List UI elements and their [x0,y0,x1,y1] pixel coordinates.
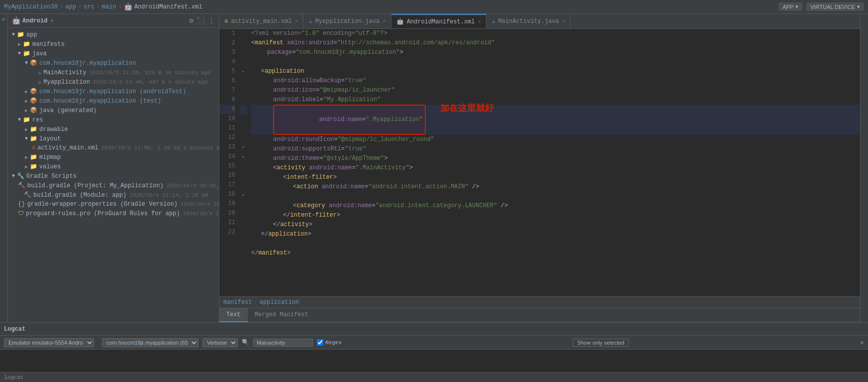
logcat-regex-check[interactable] [317,339,323,346]
tree-meta-gradle-wrapper: 2020/10/4 20:38, 244 B [181,201,219,207]
tab-androidmanifest-xml[interactable]: 🤖 AndroidManifest.xml × [391,14,486,29]
tree-item-mainactivity[interactable]: ☕ MainActivity 2020/10/5 11:35, 829 B 10… [8,68,219,77]
tree-item-java[interactable]: ▼ 📁 java [8,49,219,58]
android-breadcrumb-icon: 🤖 [124,2,132,11]
code-content[interactable]: <?xml version="1.0" encoding="utf-8"?> <… [247,29,860,296]
tree-item-drawable[interactable]: ▶ 📁 drawable [8,125,219,134]
tree-label-drawable: drawable [39,126,68,133]
tab-close-manifest[interactable]: × [478,19,482,25]
tab-close-myapplication[interactable]: × [383,18,386,24]
breadcrumb-app-module[interactable]: app [65,3,76,10]
line-numbers: 1 2 3 4 5 6 7 8 9 10 11 12 13 14 15 16 1… [219,29,239,296]
code-editor[interactable]: 1 2 3 4 5 6 7 8 9 10 11 12 13 14 15 16 1… [219,29,860,296]
view-tab-text-label: Text [226,311,241,318]
view-tab-merged-label: Merged Manifest [255,311,308,318]
tree-label-manifests: manifests [32,41,65,48]
tab-close-mainactivity[interactable]: × [562,18,566,24]
code-line-1: <?xml version="1.0" encoding="utf-8"?> [251,29,860,38]
props-icon-wrapper: {} [18,201,25,208]
bottom-breadcrumb: manifest › application [219,296,860,308]
tree-item-manifests[interactable]: ▶ 📁 manifests [8,39,219,49]
tree-item-gradle-wrapper[interactable]: {} gradle-wrapper.properties (Gradle Ver… [8,200,219,209]
folder-icon-app: 📁 [17,31,24,38]
app-selector-btn[interactable]: APP ▾ [778,2,802,11]
tree-item-build-gradle-app[interactable]: 🔨 build.gradle (Module: app) 2020/10/4 2… [8,190,219,200]
tree-item-proguard[interactable]: 🛡 proguard-rules.pro (ProGuard Rules for… [8,209,219,218]
tab-mainactivity-java[interactable]: ☕ MainActivity.java × [486,14,571,29]
code-line-4 [251,57,860,67]
tree-item-pkg3[interactable]: ▶ 📦 com.hnucm18jr.myapplication (test) [8,96,219,106]
virtual-device-btn[interactable]: VIRTUAL DEVICE ▾ [806,2,864,11]
code-line-7: android:icon="@mipmap/ic_launcher" [251,86,860,95]
tree-meta-mainactivity: 2020/10/5 11:35, 829 B 10 minutes ago [90,70,211,76]
logcat-level-select[interactable]: Verbose [202,338,238,347]
code-line-12: android:theme="@style/AppTheme"> [251,154,860,163]
settings-icon[interactable]: ⚙ [190,16,193,25]
tree-item-java-gen[interactable]: ▶ 📦 java (generated) [8,106,219,115]
tree-item-activity-main-xml[interactable]: ≡ activity_main.xml 2020/10/5 11:50, 1.3… [8,143,219,152]
fold-icon-application[interactable]: ▾ [239,67,247,76]
code-line-10: android:roundIcon="@mipmap/ic_launcher_r… [251,135,860,144]
code-line-21 [251,239,860,249]
top-bar: MyApplication38 › app › src › main › 🤖 A… [0,0,868,14]
tab-icon-manifest: 🤖 [396,18,404,25]
code-line-16 [251,192,860,201]
tree-item-gradle-scripts[interactable]: ▼ 🔧 Gradle Scripts [8,171,219,181]
tree-item-pkg2[interactable]: ▶ 📦 com.hnucm18jr.myapplication (android… [8,87,219,96]
folder-icon-drawable: 📁 [30,126,37,133]
logcat-regex-label: Regex [325,340,342,346]
bottom-bc-manifest[interactable]: manifest [223,299,252,306]
view-tab-text[interactable]: Text [219,308,248,322]
fold-icon-intent-filter[interactable]: ▾ [239,152,247,161]
more-actions-icon[interactable]: ⋮ [208,16,215,25]
tree-item-build-gradle-proj[interactable]: 🔨 build.gradle (Project: My_Application)… [8,181,219,190]
tree-label-pkg1: com.hnucm18jr.myapplication [39,60,136,67]
breadcrumb-manifest[interactable]: AndroidManifest.xml [134,3,202,10]
logcat-regex-checkbox[interactable]: Regex [317,339,342,346]
tree-item-mipmap[interactable]: ▶ 📁 mipmap [8,152,219,162]
tree-item-pkg1[interactable]: ▼ 📦 com.hnucm18jr.myapplication [8,58,219,68]
sidebar-dropdown-icon[interactable]: ▾ [50,17,54,24]
status-bar: logcat [0,372,868,382]
fold-gutter: ▾ ▾ ▾ ▴ [239,29,247,296]
tree-item-app[interactable]: ▼ 📁 app [8,30,219,39]
logcat-close-btn[interactable]: ✕ [860,338,864,347]
logcat-device-select[interactable]: Emulator emulator-5554 Andro [4,338,94,347]
code-line-22: </manifest> [251,249,860,258]
tree-item-values[interactable]: ▶ 📁 values [8,162,219,171]
tab-activity-main-xml[interactable]: ≡ activity_main.xml × [219,14,303,29]
code-line-13: <activity android:name=".MainActivity"> [251,163,860,173]
left-strip: R [0,14,8,322]
logcat-header: Logcat [0,323,868,336]
breadcrumb-src[interactable]: src [84,3,95,10]
breadcrumb-main[interactable]: main [102,3,116,10]
bottom-bc-application[interactable]: application [260,299,299,306]
resource-manager-btn[interactable]: R [0,16,7,22]
tree-meta-activity-main-xml: 2020/10/5 11:50, 1.39 kB 3 minutes ago [101,145,219,151]
logcat-package-select[interactable]: com.hnucm18jr.myapplication (65 [102,338,198,347]
tree-label-gradle-scripts: Gradle Scripts [26,173,77,180]
tree-meta-myapplication: 2020/10/5 11:49, 407 B A minute ago [93,79,208,85]
tree-arrow-layout: ▼ [25,136,28,141]
view-tab-merged-manifest[interactable]: Merged Manifest [248,308,315,322]
annotation-text: 加在这里就好 [440,104,494,113]
logcat-show-only-btn[interactable]: Show only selected [573,339,629,347]
top-bar-actions: APP ▾ VIRTUAL DEVICE ▾ [778,2,864,11]
folder-icon-layout: 📁 [30,135,37,142]
tree-label-app: app [26,31,37,38]
tree-label-java: java [32,50,47,57]
fold-icon-activity[interactable]: ▾ [239,142,247,152]
tree-label-pkg2: com.hnucm18jr.myapplication (androidTest… [39,88,186,95]
tree-item-res[interactable]: ▼ 📁 res [8,115,219,125]
collapse-icon[interactable]: ⬛ [196,16,205,25]
tab-myapplication-java[interactable]: ☕ Myapplication.java × [303,14,391,29]
tab-close-activity-main[interactable]: × [295,18,298,24]
breadcrumb-app[interactable]: MyApplication38 [4,3,58,10]
tree-item-myapplication[interactable]: ☕ Myapplication 2020/10/5 11:49, 407 B A… [8,77,219,87]
tree-arrow-pkg2: ▶ [25,89,28,95]
xml-icon-activity-main: ≡ [32,144,35,151]
tree-item-layout[interactable]: ▼ 📁 layout [8,134,219,143]
fold-icon-intent-filter-close[interactable]: ▴ [239,190,247,199]
logcat-search-input[interactable] [253,339,313,347]
tree-arrow-pkg3: ▶ [25,98,28,104]
